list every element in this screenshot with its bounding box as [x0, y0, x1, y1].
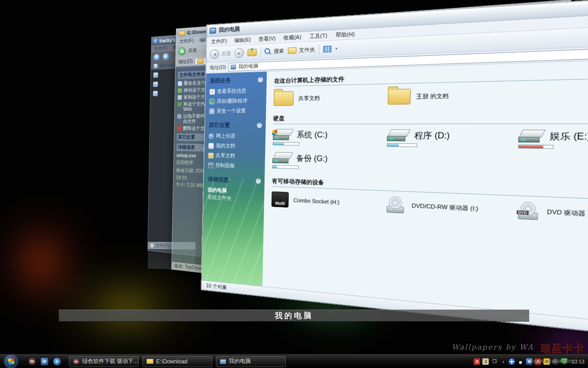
maxthon-icon[interactable]: m [28, 358, 36, 365]
task-view-system-info[interactable]: 查看系统信息 [209, 87, 263, 95]
my-computer-icon [209, 28, 216, 34]
trackys-title: tracky's [159, 37, 175, 44]
taskbar-button-my-computer[interactable]: 我的电脑 [216, 356, 286, 367]
place-control-panel[interactable]: 控制面板 [208, 161, 261, 170]
maxthon-icon: m [73, 358, 79, 365]
rename-icon [178, 81, 182, 86]
search-icon[interactable] [265, 48, 271, 55]
drive-j-dvd[interactable]: DVD DVD 驱动器 (J:) [517, 201, 588, 227]
forward-arrow-icon[interactable]: ► [163, 53, 169, 60]
collapse-chevron-icon[interactable]: ˆ [258, 77, 263, 82]
menu-view[interactable]: 查看(V) [259, 34, 276, 43]
shared-docs-icon [208, 153, 214, 158]
my-computer-icon [231, 64, 236, 69]
messenger-icon[interactable]: M [526, 358, 532, 365]
details-header[interactable]: 详细信息 ˆ [208, 175, 261, 185]
collapse-chevron-icon[interactable]: ‹ [500, 358, 506, 365]
delete-icon [177, 126, 181, 131]
trackys-link-label[interactable]: Microsoft [160, 63, 175, 68]
content-area: 在这台计算机上存储的文件 共享文档 王朋 的文档 硬盘 [262, 52, 588, 346]
usage-bar [272, 165, 299, 169]
collapse-chevron-icon[interactable]: ˆ [257, 123, 262, 128]
letter-a-icon[interactable]: A [543, 358, 550, 365]
drive-d[interactable]: 程序 (D:) [387, 129, 519, 149]
toolbar-mini-icon [153, 91, 158, 96]
place-my-documents[interactable]: 我的文档 [209, 142, 262, 150]
windows-flag-icon [272, 130, 277, 135]
drive-g[interactable]: 备份 (G:) [272, 152, 387, 172]
menu-edit[interactable]: 编辑(E) [234, 36, 251, 44]
search-label[interactable]: 搜索 [274, 47, 284, 55]
toolbar-separator [319, 44, 320, 55]
ie-icon[interactable]: e [53, 358, 61, 365]
back-arrow-icon[interactable]: ◄ [153, 54, 159, 61]
media-icon[interactable]: w [41, 358, 48, 365]
email-icon [177, 114, 181, 119]
folder-item-user-docs[interactable]: 王朋 的文档 [388, 86, 520, 104]
drive-c[interactable]: 系统 (C:) [273, 129, 387, 147]
address-label: 地址(D) [178, 58, 193, 65]
trackys-menu-file[interactable]: 文件(F) [154, 45, 168, 52]
usage-bar [518, 144, 554, 149]
address-value: 我的电脑 [238, 63, 259, 70]
object-count: 10 个对象 [206, 282, 227, 291]
drive-h-card-reader[interactable]: Multi Combo Socket (H:) [271, 191, 386, 213]
updater-cross-icon[interactable] [509, 358, 515, 365]
qq-icon[interactable] [517, 358, 524, 365]
folders-label[interactable]: 文件夹 [299, 46, 315, 54]
drives-group-header: 硬盘 [273, 109, 588, 124]
clock[interactable]: 23:13 [571, 359, 584, 364]
flip-title-bar: 我的电脑 [59, 310, 529, 322]
views-icon[interactable] [323, 46, 332, 52]
drive-i-dvd-cdrw[interactable]: DVD/CD-RW 驱动器 (I:) [385, 196, 517, 219]
start-button[interactable] [5, 355, 17, 368]
place-network[interactable]: 网上邻居 [209, 132, 262, 140]
dvd-drive-icon: DVD [517, 201, 541, 220]
restore-icon[interactable]: ❐ [491, 358, 498, 365]
other-places-header[interactable]: 其它位置 ˆ [209, 121, 262, 130]
network-icon [209, 133, 214, 139]
publish-icon [177, 102, 181, 107]
menu-file[interactable]: 文件(F) [211, 37, 227, 45]
system-tray: S 2 ❐ ‹ M 火 A 23:13 [474, 358, 588, 365]
views-dropdown-icon[interactable]: ▾ [335, 46, 338, 51]
collapse-chevron-icon[interactable]: ˆ [256, 178, 261, 184]
rising-s-icon[interactable]: S [474, 358, 480, 365]
hdd-icon [518, 130, 545, 143]
shield-icon[interactable] [561, 358, 567, 365]
system-tasks-header[interactable]: 系统任务 ˆ [210, 75, 263, 85]
section-details: 详细信息 ˆ 我的电脑 系统文件夹 [207, 175, 261, 203]
forward-button[interactable]: ► [234, 48, 244, 58]
toolbar-mini-icon [153, 72, 158, 77]
folders-icon[interactable] [288, 47, 297, 54]
quick-launch: m w e [28, 358, 61, 365]
system-info-icon [209, 89, 215, 94]
input-method-icon[interactable]: 2 [482, 358, 489, 365]
task-buttons: m 绿色软件下载 驱动下... E:\Download 我的电脑 [69, 356, 286, 367]
move-icon [178, 88, 182, 93]
task-add-remove-programs[interactable]: 添加/删除程序 [209, 97, 263, 105]
menu-tools[interactable]: 工具(T) [309, 32, 327, 40]
drive-e[interactable]: 娱乐 (E:) [518, 130, 588, 150]
taskbar-button-browser[interactable]: m 绿色软件下载 驱动下... [69, 356, 139, 367]
usage-bar [273, 142, 300, 146]
flame-icon[interactable]: 火 [535, 358, 541, 365]
hdd-icon [387, 129, 410, 142]
up-button[interactable] [248, 49, 257, 56]
taskbar-button-download[interactable]: E:\Download [142, 356, 212, 367]
kaka-lion-icon[interactable] [552, 358, 559, 365]
back-button[interactable]: ◄ [210, 49, 219, 59]
download-menu-file[interactable]: 文件(F) [180, 37, 194, 45]
back-button-icon[interactable]: ◄ [178, 47, 186, 55]
menu-favorites[interactable]: 收藏(A) [283, 33, 301, 41]
section-other-places: 其它位置 ˆ 网上邻居 我的文档 共享文档 控制面板 [208, 121, 262, 170]
add-remove-icon [209, 98, 215, 104]
place-shared-documents[interactable]: 共享文档 [208, 152, 261, 160]
folder-item-shared[interactable]: 共享文档 [274, 89, 388, 106]
menu-help[interactable]: 帮助(H) [336, 30, 355, 39]
folder-icon [179, 30, 185, 36]
ie-icon [153, 39, 158, 44]
card-reader-icon: Multi [271, 191, 289, 207]
task-change-setting[interactable]: 更改一个设置 [209, 107, 262, 115]
window-my-computer[interactable]: 我的电脑 ─ ❐ ✕ 文件(F) 编辑(E) 查看(V) 收藏(A) 工具(T)… [201, 0, 588, 360]
